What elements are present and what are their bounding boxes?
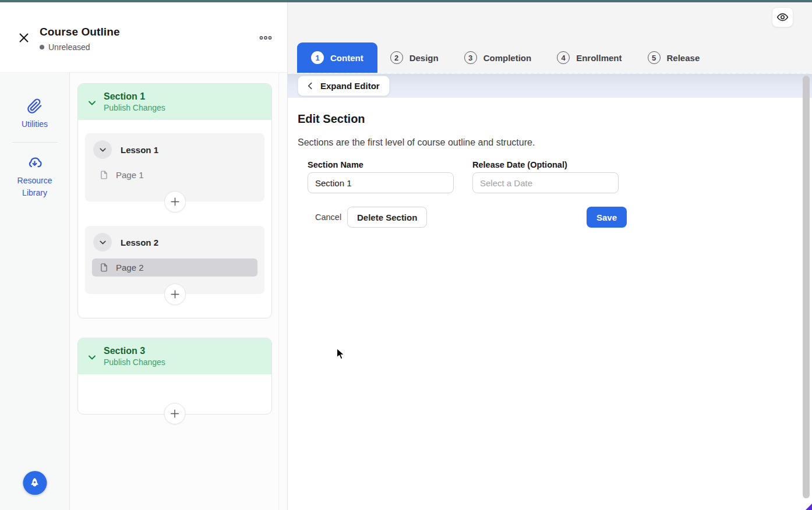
- course-outline-panel: Course Outline Unreleased Utilities: [0, 2, 288, 510]
- release-date-label: Release Date (Optional): [472, 160, 567, 169]
- tab-number-badge: 2: [390, 51, 403, 64]
- close-button[interactable]: [16, 30, 32, 46]
- overflow-menu-button[interactable]: [258, 30, 273, 45]
- app-screen: Course Outline Unreleased Utilities: [0, 0, 812, 510]
- tab-label: Release: [667, 53, 700, 63]
- chevron-down-icon: [86, 352, 98, 363]
- lesson-collapse-button[interactable]: [93, 140, 112, 159]
- tab-label: Enrollment: [576, 53, 622, 63]
- expand-editor-label: Expand Editor: [320, 81, 380, 91]
- sidebar-item-utilities[interactable]: Utilities: [10, 98, 59, 130]
- tab-release[interactable]: 5 Release: [635, 42, 713, 73]
- page-item-page-2-selected[interactable]: Page 2: [92, 258, 257, 277]
- tab-number-badge: 1: [311, 51, 324, 64]
- tab-label: Content: [330, 53, 363, 63]
- page-title: Course Outline: [40, 26, 120, 38]
- outline-scrollbar-track: [278, 73, 279, 510]
- edit-section-form: Edit Section Sections are the first leve…: [288, 98, 812, 510]
- corner-wedge-decoration: [806, 504, 812, 510]
- section-publish-status[interactable]: Publish Changes: [104, 103, 165, 112]
- add-content-button[interactable]: [164, 403, 186, 424]
- panel-body: Utilities Resource Library: [0, 73, 287, 510]
- expand-editor-button[interactable]: Expand Editor: [298, 76, 390, 96]
- section-card-3: Section 3 Publish Changes: [77, 338, 272, 415]
- lesson-collapse-button[interactable]: [93, 233, 112, 252]
- form-heading: Edit Section: [298, 112, 365, 126]
- save-button[interactable]: Save: [587, 207, 627, 228]
- lesson-name[interactable]: Lesson 2: [121, 238, 158, 247]
- tab-number-badge: 3: [464, 51, 477, 64]
- tab-label: Design: [409, 53, 439, 63]
- cloud-download-icon: [26, 155, 43, 171]
- chevron-down-icon: [98, 238, 108, 247]
- document-icon: [99, 170, 109, 180]
- page-name: Page 2: [116, 263, 144, 272]
- sidebar-item-label: Resource Library: [10, 175, 59, 199]
- tab-completion[interactable]: 3 Completion: [451, 42, 545, 73]
- chevron-down-icon: [98, 145, 108, 155]
- status-label: Unreleased: [48, 42, 90, 52]
- tab-number-badge: 5: [648, 51, 661, 64]
- eye-icon: [776, 11, 789, 23]
- lesson-2-header: Lesson 2: [90, 233, 260, 252]
- section-name-label: Section Name: [308, 160, 363, 169]
- paperclip-icon: [27, 98, 43, 114]
- section-card-1: Section 1 Publish Changes Lesson 1: [77, 83, 272, 318]
- chevron-left-icon: [305, 81, 315, 91]
- rocket-icon: [28, 476, 42, 490]
- plus-icon: [170, 289, 181, 300]
- vertical-scrollbar-thumb[interactable]: [803, 76, 810, 498]
- step-tabs: 1 Content 2 Design 3 Completion 4 Enroll…: [297, 42, 712, 73]
- release-date-input[interactable]: [472, 172, 619, 193]
- page-name: Page 1: [116, 170, 144, 180]
- close-icon: [17, 31, 30, 44]
- cancel-button[interactable]: Cancel: [315, 207, 341, 228]
- tab-label: Completion: [483, 53, 532, 63]
- chevron-down-icon: [86, 97, 98, 109]
- ellipsis-menu-icon: [259, 31, 273, 45]
- editor-main-area: 1 Content 2 Design 3 Completion 4 Enroll…: [288, 2, 812, 510]
- preview-button[interactable]: [772, 7, 793, 27]
- sidebar-item-label: Utilities: [10, 118, 59, 130]
- status-dot-icon: [40, 45, 44, 49]
- plus-icon: [170, 196, 181, 207]
- plus-icon: [170, 408, 181, 419]
- app-logo-button[interactable]: [23, 471, 47, 495]
- sidebar-item-resource-library[interactable]: Resource Library: [10, 155, 59, 199]
- tab-design[interactable]: 2 Design: [377, 42, 451, 73]
- document-icon: [99, 263, 109, 272]
- tab-number-badge: 4: [557, 51, 570, 64]
- sidebar-rail: Utilities Resource Library: [0, 73, 70, 510]
- title-block: Course Outline Unreleased: [40, 26, 120, 52]
- outline-tree: Section 1 Publish Changes Lesson 1: [70, 73, 287, 510]
- add-content-button[interactable]: [164, 191, 186, 212]
- section-1-header[interactable]: Section 1 Publish Changes: [78, 84, 271, 120]
- section-name-input[interactable]: [308, 172, 454, 193]
- section-3-header[interactable]: Section 3 Publish Changes: [78, 338, 271, 374]
- sidebar-divider: [12, 142, 58, 143]
- tab-enrollment[interactable]: 4 Enrollment: [544, 42, 634, 73]
- delete-section-button[interactable]: Delete Section: [347, 207, 427, 228]
- panel-header: Course Outline Unreleased: [0, 2, 287, 73]
- section-name: Section 3: [104, 346, 165, 356]
- lesson-name[interactable]: Lesson 1: [121, 145, 158, 155]
- section-name: Section 1: [104, 91, 165, 102]
- page-item-page-1[interactable]: Page 1: [92, 166, 257, 184]
- tab-content[interactable]: 1 Content: [297, 42, 377, 73]
- lesson-1-header: Lesson 1: [90, 140, 260, 159]
- section-publish-status[interactable]: Publish Changes: [104, 357, 165, 367]
- release-status: Unreleased: [40, 42, 120, 52]
- add-content-button[interactable]: [164, 284, 186, 305]
- form-description: Sections are the first level of course o…: [298, 137, 535, 148]
